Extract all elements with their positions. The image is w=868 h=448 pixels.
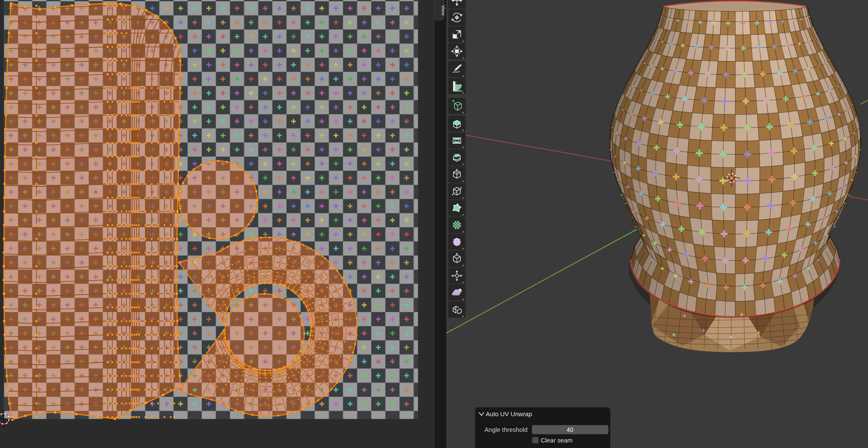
svg-text:40: 40 bbox=[567, 426, 573, 433]
svg-text:View: View bbox=[441, 5, 446, 16]
svg-text:Auto UV Unwrap: Auto UV Unwrap bbox=[486, 411, 532, 417]
svg-text:Clear seam: Clear seam bbox=[541, 437, 573, 444]
svg-text:Angle threshold: Angle threshold bbox=[484, 426, 528, 433]
